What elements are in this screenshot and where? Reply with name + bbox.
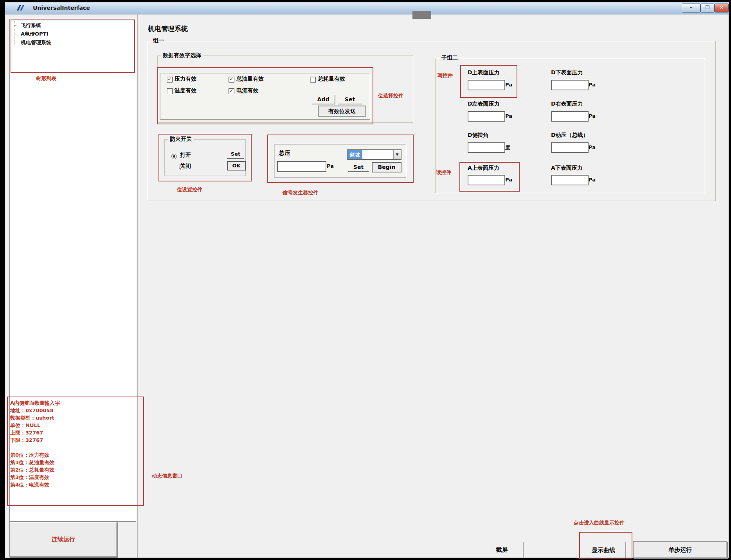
- field-label: A下表面压力: [551, 165, 610, 172]
- total-pressure-input[interactable]: [277, 161, 326, 172]
- field-d-dynamic-pressure-bus: D动压（总线） Pa: [551, 132, 614, 139]
- field-unit: Pa: [505, 113, 512, 119]
- checkbox-label: 总油量有效: [236, 75, 264, 83]
- info-line: 第4位：电流有效: [10, 481, 60, 489]
- group-one-label: 组一: [151, 37, 166, 44]
- checkbox-label: 温度有效: [175, 87, 196, 94]
- field-unit: Pa: [589, 82, 596, 88]
- total-pressure-unit: Pa: [327, 163, 334, 169]
- field-input[interactable]: [468, 142, 505, 153]
- field-unit: Pa: [589, 177, 596, 183]
- info-line: 单位：NULL: [10, 422, 60, 429]
- info-line: 第0位：压力有效: [10, 452, 60, 459]
- info-line: 第2位：总耗量有效: [10, 467, 60, 474]
- radio-label: 打开: [180, 152, 191, 159]
- checkbox-label: 压力有效: [175, 75, 196, 83]
- radio-label: 关闭: [180, 163, 191, 170]
- signal-set-button[interactable]: Set: [348, 163, 369, 172]
- checkbox-label: 总耗量有效: [318, 75, 345, 83]
- field-d-upper-surface-pressure: D上表面压力 Pa: [468, 69, 526, 76]
- field-unit: Pa: [505, 82, 512, 88]
- window-titlebar: [5, 2, 729, 14]
- field-d-side-sway-angle: D侧摆角 度: [468, 132, 526, 139]
- tree-annotation-label: 树形列表: [36, 75, 56, 82]
- valid-word-group-label: 数据有效字选择: [161, 52, 203, 59]
- read-controls-annotation: 读控件: [436, 169, 451, 176]
- field-input[interactable]: [468, 175, 505, 185]
- continuous-run-button[interactable]: 连续运行: [9, 522, 117, 557]
- checkbox-total-fuel-valid[interactable]: [229, 77, 234, 83]
- bottom-separator: [523, 542, 524, 558]
- waveform-combo[interactable]: 斜坡 ▼: [347, 149, 402, 160]
- field-input[interactable]: [551, 175, 589, 185]
- screenshot-button[interactable]: 截屏: [481, 542, 522, 558]
- checkbox-temperature-valid[interactable]: [167, 88, 173, 94]
- write-controls-annotation: 写控件: [438, 72, 453, 79]
- info-line: 数据类型：ushort: [10, 415, 60, 422]
- waveform-combo-value: 斜坡: [347, 150, 362, 159]
- checkbox-label: 电流有效: [236, 87, 258, 94]
- field-label: D左表面压力: [468, 101, 526, 108]
- maximize-button[interactable]: ❐: [700, 4, 715, 13]
- field-d-left-surface-pressure: D左表面压力 Pa: [468, 101, 526, 108]
- show-curve-button[interactable]: 显示曲线: [582, 543, 625, 558]
- send-valid-bits-button[interactable]: 有效位发送: [318, 106, 366, 117]
- checkbox-total-consumption-valid[interactable]: [310, 77, 316, 83]
- subgroup-two-label: 子组二: [439, 54, 460, 61]
- signal-annotation-label: 信号发生器控件: [283, 189, 318, 196]
- info-line: 第3位：温度有效: [10, 474, 60, 481]
- dynamic-info-text: A内侧舵面数量输入字 地址：0x700058 数据类型：ushort 单位：NU…: [10, 400, 60, 489]
- field-label: D下表面压力: [551, 69, 610, 76]
- step-run-button[interactable]: 单步运行: [633, 541, 727, 558]
- fire-switch-group-label: 防火开关: [168, 136, 194, 143]
- field-d-right-surface-pressure: D右表面压力 Pa: [551, 101, 610, 108]
- tree-branch-icon: [14, 30, 19, 38]
- info-line: 地址：0x700058: [10, 407, 60, 415]
- close-button[interactable]: ✕: [715, 4, 729, 13]
- field-label: D右表面压力: [551, 101, 610, 108]
- bottom-separator: [625, 542, 626, 558]
- splitter-handle[interactable]: [412, 11, 431, 19]
- tree-item-flight-system[interactable]: 飞行系统: [14, 21, 51, 30]
- field-a-upper-surface-pressure: A上表面压力 Pa: [468, 165, 526, 172]
- tree-item-electromech-system[interactable]: 机电管理系统: [14, 38, 51, 47]
- field-label: D动压（总线）: [551, 132, 614, 139]
- window-title: UniversalInterface: [33, 5, 90, 11]
- tree-branch-icon: [14, 21, 19, 30]
- signal-panel: [274, 144, 406, 178]
- field-unit: 度: [505, 144, 510, 151]
- fire-switch-ok-button[interactable]: OK: [227, 161, 246, 171]
- signal-begin-button[interactable]: Begin: [372, 162, 402, 172]
- field-d-lower-surface-pressure: D下表面压力 Pa: [551, 69, 610, 76]
- field-input[interactable]: [468, 80, 505, 90]
- set-button-valid-word[interactable]: Set: [338, 95, 362, 104]
- page-title: 机电管理系统: [148, 24, 188, 33]
- app-logo-icon: [16, 4, 25, 12]
- field-input[interactable]: [551, 142, 589, 153]
- info-annotation-label: 动态信息窗口: [152, 472, 182, 479]
- tree-item-label: 机电管理系统: [21, 39, 51, 46]
- screen: UniversalInterface – ❐ ✕ 飞行系统 A电传OPTI 机电…: [0, 0, 731, 560]
- field-label: D侧摆角: [468, 132, 526, 139]
- field-input[interactable]: [468, 111, 505, 122]
- fire-switch-set-button[interactable]: Set: [227, 150, 244, 159]
- checkbox-pressure-valid[interactable]: [167, 77, 173, 83]
- info-line: 第1位：总油量有效: [10, 459, 60, 467]
- info-line: 下限：32767: [10, 437, 60, 444]
- add-button[interactable]: Add: [312, 95, 335, 104]
- tree-item-a-fbw-opti[interactable]: A电传OPTI: [14, 30, 51, 38]
- field-unit: Pa: [589, 144, 596, 150]
- field-unit: Pa: [505, 177, 512, 183]
- field-label: A上表面压力: [468, 165, 526, 172]
- checkbox-current-valid[interactable]: [229, 88, 234, 94]
- fire-switch-annotation-label: 位设置控件: [177, 186, 202, 193]
- curve-annotation-label: 点击进入曲线显示控件: [574, 519, 625, 526]
- valid-word-annotation-label: 位选择控件: [378, 92, 403, 99]
- radio-fire-switch-open[interactable]: [171, 154, 177, 159]
- info-line: A内侧舵面数量输入字: [10, 400, 60, 407]
- field-input[interactable]: [551, 80, 589, 90]
- minimize-button[interactable]: –: [682, 4, 700, 13]
- field-input[interactable]: [551, 111, 589, 122]
- chevron-down-icon[interactable]: ▼: [393, 150, 401, 159]
- info-line: 上限：32767: [10, 429, 60, 437]
